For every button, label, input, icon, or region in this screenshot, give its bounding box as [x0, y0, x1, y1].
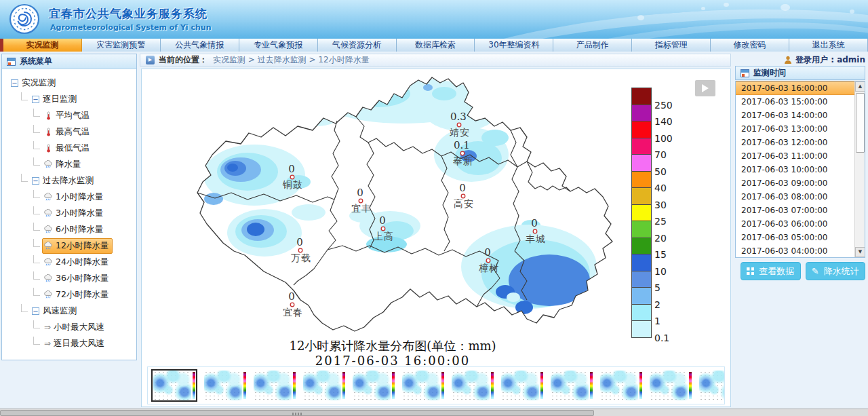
map-thumbnail-9[interactable]	[550, 369, 593, 402]
collapse-icon[interactable]: −	[11, 79, 18, 87]
tree-item-label: 过去降水监测	[43, 175, 94, 187]
map-thumbnail-2[interactable]	[203, 369, 247, 402]
legend-entry-30: 30	[631, 187, 686, 205]
nav-tab-6[interactable]: 数据库检索	[397, 39, 475, 52]
tree-item-5[interactable]: 最低气温	[2, 140, 136, 156]
station-value: 0	[484, 246, 491, 259]
map-thumbnail-8[interactable]	[500, 369, 544, 402]
time-row-11[interactable]: 2017-06-03 06:00:00	[736, 217, 854, 231]
tree-item-17[interactable]: ⇒逐日最大风速	[2, 335, 136, 352]
legend-color-swatch	[631, 121, 652, 138]
time-list-scrollbar[interactable]: ▲ ▼	[854, 81, 865, 257]
station-name: 靖安	[450, 127, 470, 138]
map-thumbnail-12[interactable]	[698, 369, 725, 402]
nav-tab-10[interactable]: 修改密码	[711, 39, 789, 52]
time-row-3[interactable]: 2017-06-03 14:00:00	[736, 109, 854, 122]
map-thumbnail-5[interactable]	[352, 369, 395, 402]
tree-item-13[interactable]: 36小时降水量	[2, 270, 136, 286]
tree-elbow	[33, 255, 40, 263]
tree-item-label: 最高气温	[56, 126, 90, 138]
map-thumbnail-1[interactable]	[151, 369, 197, 402]
map-thumbnail-10[interactable]	[599, 369, 643, 402]
station-name: 高安	[454, 198, 474, 209]
time-row-9[interactable]: 2017-06-03 08:00:00	[736, 190, 854, 204]
time-row-10[interactable]: 2017-06-03 07:00:00	[736, 204, 854, 217]
tree-item-10[interactable]: 6小时降水量	[2, 221, 136, 238]
thumbnail-colorbar	[441, 372, 444, 399]
tree-item-11[interactable]: 12小时降水量	[2, 238, 136, 254]
legend-color-swatch	[631, 171, 652, 189]
scroll-up-icon[interactable]: ▲	[855, 81, 865, 92]
tree-item-7[interactable]: −过去降水监测	[2, 172, 136, 189]
hscrollbar-thumb[interactable]	[0, 410, 594, 416]
horizontal-scrollbar[interactable]	[0, 409, 868, 416]
map-thumbnail-6[interactable]	[401, 369, 445, 402]
thumbnail-map	[501, 371, 539, 400]
nav-tab-7[interactable]: 30年整编资料	[475, 39, 553, 52]
sidebar: 系统菜单 −实况监测−逐日监测平均气温最高气温最低气温降水量−过去降水监测1小时…	[1, 54, 137, 360]
tree-item-label: 逐日监测	[43, 94, 77, 105]
tree-item-6[interactable]: 降水量	[2, 156, 136, 172]
thumbnail-map	[699, 371, 725, 400]
tree-item-label: 小时最大风速	[54, 322, 104, 333]
time-row-6[interactable]: 2017-06-03 11:00:00	[736, 149, 854, 163]
scroll-down-icon[interactable]: ▼	[855, 247, 865, 257]
nav-tab-8[interactable]: 产品制作	[553, 39, 632, 52]
nav-tab-9[interactable]: 指标管理	[632, 39, 711, 52]
tree-item-16[interactable]: ⇒小时最大风速	[2, 319, 136, 335]
nav-tab-11[interactable]: 退出系统	[789, 39, 868, 52]
thumbnail-colorbar	[342, 372, 345, 399]
time-row-2[interactable]: 2017-06-03 15:00:00	[736, 95, 854, 109]
nav-tab-3[interactable]: 公共气象情报	[161, 39, 239, 52]
time-row-7[interactable]: 2017-06-03 10:00:00	[736, 163, 854, 176]
map-thumbnail-4[interactable]	[302, 369, 346, 402]
wind-arrow-icon: ⇒	[44, 323, 51, 331]
tree-item-4[interactable]: 最高气温	[2, 124, 136, 140]
breadcrumb-arrow-icon: ▶	[146, 56, 155, 64]
station-name: 铜鼓	[282, 179, 303, 190]
collapse-icon[interactable]: −	[32, 307, 39, 315]
legend-color-swatch	[631, 238, 652, 255]
play-button[interactable]	[695, 80, 715, 96]
nav-tab-2[interactable]: 灾害监测预警	[82, 39, 161, 52]
time-row-8[interactable]: 2017-06-03 09:00:00	[736, 176, 854, 190]
tree-item-label: 降水量	[56, 159, 81, 170]
tree-item-2[interactable]: −逐日监测	[2, 91, 136, 107]
legend-entry-25: 25	[631, 204, 686, 222]
tree-item-label: 12小时降水量	[56, 240, 108, 252]
station-name: 樟树	[479, 263, 499, 273]
map-thumbnail-3[interactable]	[253, 369, 296, 402]
tree-item-14[interactable]: 72小时降水量	[2, 286, 136, 303]
tree-item-9[interactable]: 3小时降水量	[2, 205, 136, 221]
decor-bubble	[850, 10, 854, 14]
station-marker	[533, 229, 537, 233]
tree-item-3[interactable]: 平均气温	[2, 107, 136, 124]
time-row-12[interactable]: 2017-06-03 05:00:00	[736, 231, 854, 244]
tree-item-12[interactable]: 24小时降水量	[2, 254, 136, 270]
precip-stats-button[interactable]: ✎ 降水统计	[806, 262, 866, 280]
map-thumbnail-7[interactable]	[451, 369, 494, 402]
scrollbar-thumb[interactable]	[856, 93, 865, 153]
legend-color-swatch	[631, 287, 652, 305]
collapse-icon[interactable]: −	[32, 96, 39, 103]
time-row-5[interactable]: 2017-06-03 12:00:00	[736, 136, 854, 149]
grid-icon	[747, 267, 754, 275]
thumbnail-colorbar	[193, 372, 195, 399]
collapse-icon[interactable]: −	[32, 177, 39, 185]
nav-tab-5[interactable]: 气候资源分析	[318, 39, 397, 52]
time-row-1[interactable]: 2017-06-03 16:00:00	[736, 81, 854, 95]
station-marker	[381, 227, 385, 231]
nav-tab-1[interactable]: 实况监测	[3, 39, 82, 52]
tree-item-1[interactable]: −实况监测	[2, 75, 136, 91]
tree-item-15[interactable]: −风速监测	[2, 303, 136, 319]
view-data-button[interactable]: 查看数据	[741, 262, 801, 280]
map-thumbnail-11[interactable]	[649, 369, 692, 402]
tree-item-label: 6小时降水量	[56, 224, 103, 235]
thumbnail-colorbar	[392, 372, 395, 399]
nav-tab-4[interactable]: 专业气象预报	[239, 39, 318, 52]
time-row-4[interactable]: 2017-06-03 13:00:00	[736, 122, 854, 136]
sidebar-tree: −实况监测−逐日监测平均气温最高气温最低气温降水量−过去降水监测1小时降水量3小…	[2, 69, 136, 352]
tree-item-8[interactable]: 1小时降水量	[2, 189, 136, 205]
time-row-13[interactable]: 2017-06-03 04:00:00	[736, 244, 854, 258]
tree-elbow	[33, 337, 40, 345]
